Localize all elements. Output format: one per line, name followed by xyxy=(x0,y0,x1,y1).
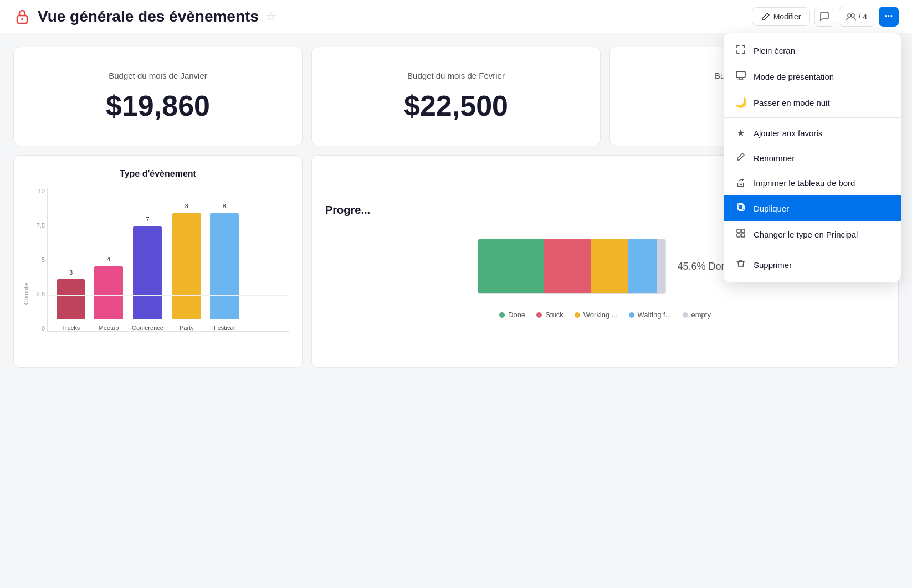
progress-title: Progre... xyxy=(325,204,370,216)
budget-feb-card: Budget du mois de Février $22,500 xyxy=(311,47,601,146)
more-options-button[interactable]: ··· xyxy=(879,7,899,27)
header-right: Modifier / 4 ··· xyxy=(752,7,899,27)
presentation-icon xyxy=(735,70,747,83)
y-label-10: 10 xyxy=(27,188,45,194)
team-button[interactable]: / 4 xyxy=(839,7,874,27)
star-menu-icon: ★ xyxy=(735,127,747,139)
chart-title: Type d'évènement xyxy=(27,169,289,179)
chat-button[interactable] xyxy=(814,7,834,27)
svg-rect-9 xyxy=(737,234,740,237)
bar-meetup: 4 Meetup xyxy=(94,256,123,331)
header: Vue générale des évènements ☆ Modifier /… xyxy=(0,0,912,33)
menu-label-presentation: Mode de présentation xyxy=(754,72,834,81)
y-label-7-5: 7.5 xyxy=(27,222,45,229)
lock-icon xyxy=(13,8,31,25)
menu-label-favorites: Ajouter aux favoris xyxy=(754,128,822,138)
svg-point-1 xyxy=(21,18,23,20)
bars-area: 3 Trucks 4 Meetup 7 Conference xyxy=(47,188,289,332)
legend-done: Done xyxy=(499,311,525,319)
svg-point-3 xyxy=(851,14,854,17)
bar-festival: 8 Festival xyxy=(210,203,239,331)
svg-rect-10 xyxy=(741,234,745,237)
moon-icon: 🌙 xyxy=(735,96,747,109)
y-label-5: 5 xyxy=(27,256,45,263)
budget-feb-title: Budget du mois de Février xyxy=(325,71,587,80)
legend-empty: empty xyxy=(683,311,711,319)
bar-trucks: 3 Trucks xyxy=(57,269,85,331)
y-label-2-5: 2.5 xyxy=(27,291,45,297)
trash-icon xyxy=(735,259,747,271)
menu-item-change-type[interactable]: Changer le type en Principal xyxy=(724,221,901,247)
segment-working xyxy=(591,239,628,293)
stacked-bar xyxy=(478,239,666,294)
print-icon: 🖨 xyxy=(735,177,747,189)
legend-label-waiting: Waiting f... xyxy=(638,311,672,319)
menu-label-delete: Supprimer xyxy=(754,260,792,270)
duplicate-icon xyxy=(735,202,747,215)
legend-label-working: Working ... xyxy=(583,311,618,319)
bar-trucks-rect xyxy=(57,279,85,319)
legend-dot-done xyxy=(499,312,505,318)
modifier-button[interactable]: Modifier xyxy=(752,7,811,26)
bar-party: 8 Party xyxy=(172,203,201,331)
budget-jan-title: Budget du mois de Janvier xyxy=(27,71,289,80)
bar-party-rect xyxy=(172,213,201,319)
menu-label-rename: Renommer xyxy=(754,153,795,163)
segment-done xyxy=(478,239,544,293)
chart-card: Type d'évènement 10 7.5 5 2.5 0 xyxy=(13,155,303,368)
legend-working: Working ... xyxy=(575,311,618,319)
legend-dot-empty xyxy=(683,312,688,318)
menu-item-night[interactable]: 🌙 Passer en mode nuit xyxy=(724,90,901,115)
budget-jan-value: $19,860 xyxy=(27,89,289,122)
change-type-icon xyxy=(735,228,747,241)
menu-divider-1 xyxy=(724,117,901,118)
legend-waiting: Waiting f... xyxy=(629,311,672,319)
y-label-0: 0 xyxy=(27,325,45,332)
bar-meetup-rect xyxy=(94,266,123,319)
chat-icon xyxy=(819,12,829,22)
menu-item-favorites[interactable]: ★ Ajouter aux favoris xyxy=(724,120,901,146)
pencil-icon xyxy=(761,12,770,21)
team-count: / 4 xyxy=(858,12,867,21)
menu-item-rename[interactable]: Renommer xyxy=(724,146,901,171)
budget-jan-card: Budget du mois de Janvier $19,860 xyxy=(13,47,303,146)
modifier-label: Modifier xyxy=(773,12,801,21)
legend-container: Done Stuck Working ... Waiting f... empt… xyxy=(499,311,711,319)
legend-label-done: Done xyxy=(508,311,525,319)
dropdown-menu: Plein écran Mode de présentation 🌙 Passe… xyxy=(724,33,901,282)
menu-label-print: Imprimer le tableau de bord xyxy=(754,178,855,188)
legend-dot-waiting xyxy=(629,312,634,318)
bar-conference-rect xyxy=(133,226,162,319)
menu-item-print[interactable]: 🖨 Imprimer le tableau de bord xyxy=(724,171,901,195)
star-icon[interactable]: ☆ xyxy=(265,9,276,24)
svg-point-2 xyxy=(848,14,851,17)
pencil-menu-icon xyxy=(735,152,747,164)
fullscreen-icon xyxy=(735,44,747,57)
budget-feb-value: $22,500 xyxy=(325,89,587,122)
menu-label-change-type: Changer le type en Principal xyxy=(754,230,858,239)
svg-rect-8 xyxy=(741,229,745,233)
header-left: Vue générale des évènements ☆ xyxy=(13,8,276,25)
ellipsis-icon: ··· xyxy=(884,11,893,22)
team-icon xyxy=(846,12,856,22)
segment-empty xyxy=(657,239,666,293)
svg-rect-7 xyxy=(737,229,740,233)
legend-label-empty: empty xyxy=(691,311,711,319)
legend-dot-working xyxy=(575,312,580,318)
menu-label-duplicate: Dupliquer xyxy=(754,204,789,213)
legend-dot-stuck xyxy=(536,312,542,318)
segment-stuck xyxy=(544,239,591,293)
y-axis-title: Compte xyxy=(23,283,29,305)
bar-conference: 7 Conference xyxy=(132,216,163,331)
menu-label-fullscreen: Plein écran xyxy=(754,46,795,55)
menu-item-duplicate[interactable]: Dupliquer xyxy=(724,195,901,221)
menu-item-fullscreen[interactable]: Plein écran xyxy=(724,38,901,64)
legend-label-stuck: Stuck xyxy=(545,311,563,319)
menu-item-presentation[interactable]: Mode de présentation xyxy=(724,64,901,90)
menu-divider-2 xyxy=(724,250,901,250)
svg-rect-4 xyxy=(736,71,745,78)
menu-item-delete[interactable]: Supprimer xyxy=(724,252,901,277)
legend-stuck: Stuck xyxy=(536,311,563,319)
menu-label-night: Passer en mode nuit xyxy=(754,98,830,107)
segment-waiting xyxy=(628,239,657,293)
